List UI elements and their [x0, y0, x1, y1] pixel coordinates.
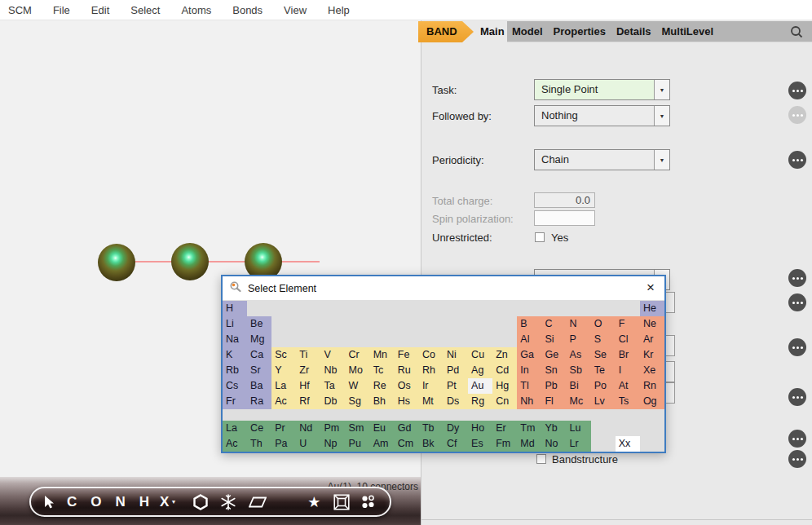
element-Cn[interactable]: Cn: [492, 394, 517, 409]
element-Xx[interactable]: Xx: [616, 436, 640, 452]
element-Rf[interactable]: Rf: [296, 394, 320, 409]
element-Zn[interactable]: Zn: [492, 347, 517, 363]
element-U[interactable]: U: [296, 436, 320, 452]
element-Nb[interactable]: Nb: [320, 363, 345, 378]
element-La[interactable]: La: [271, 378, 296, 394]
element-Sm[interactable]: Sm: [346, 421, 370, 436]
element-Cm[interactable]: Cm: [395, 436, 419, 452]
element-B[interactable]: B: [517, 316, 541, 332]
more-options-button[interactable]: [788, 388, 806, 406]
element-Ce[interactable]: Ce: [247, 421, 271, 436]
element-Ca[interactable]: Ca: [247, 347, 271, 363]
element-Xe[interactable]: Xe: [640, 363, 664, 378]
dropdown-arrow-icon[interactable]: [654, 150, 669, 170]
element-Cr[interactable]: Cr: [346, 347, 370, 363]
menu-item-scm[interactable]: SCM: [8, 4, 32, 16]
search-icon[interactable]: [789, 24, 804, 42]
element-Rn[interactable]: Rn: [640, 378, 664, 394]
bandstructure-more-options-button[interactable]: [788, 450, 806, 468]
element-Br[interactable]: Br: [616, 347, 640, 363]
menu-item-help[interactable]: Help: [328, 4, 350, 16]
band-module-tab[interactable]: BAND: [418, 21, 474, 42]
task-more-options-button[interactable]: [788, 82, 806, 99]
snowflake-icon[interactable]: [220, 494, 236, 510]
element-Nd[interactable]: Nd: [296, 421, 320, 436]
element-W[interactable]: W: [346, 378, 370, 394]
close-icon[interactable]: ×: [647, 279, 655, 297]
element-Th[interactable]: Th: [247, 436, 271, 452]
element-Pb[interactable]: Pb: [541, 378, 566, 394]
element-Rh[interactable]: Rh: [419, 363, 444, 378]
element-Si[interactable]: Si: [541, 332, 566, 347]
element-Po[interactable]: Po: [591, 378, 616, 394]
element-As[interactable]: As: [567, 347, 591, 363]
element-Pm[interactable]: Pm: [320, 421, 345, 436]
element-Ac[interactable]: Ac: [271, 394, 296, 409]
element-Tl[interactable]: Tl: [517, 378, 541, 394]
element-Ge[interactable]: Ge: [541, 347, 566, 363]
menu-item-bonds[interactable]: Bonds: [232, 4, 263, 16]
menu-item-select[interactable]: Select: [130, 4, 160, 16]
bandstructure-checkbox[interactable]: [536, 454, 546, 464]
total-charge-input[interactable]: 0.0: [534, 192, 595, 208]
element-Cl[interactable]: Cl: [616, 332, 640, 347]
add-element-x-button[interactable]: X: [160, 494, 176, 510]
element-Fm[interactable]: Fm: [492, 436, 517, 452]
tab-details[interactable]: Details: [616, 25, 651, 38]
element-H[interactable]: H: [223, 301, 247, 316]
element-Se[interactable]: Se: [591, 347, 616, 363]
element-Ar[interactable]: Ar: [640, 332, 664, 347]
element-O[interactable]: O: [591, 316, 616, 332]
element-No[interactable]: No: [541, 436, 566, 452]
menu-item-atoms[interactable]: Atoms: [181, 4, 211, 16]
element-Pu[interactable]: Pu: [346, 436, 370, 452]
element-Tc[interactable]: Tc: [370, 363, 395, 378]
element-Mn[interactable]: Mn: [370, 347, 395, 363]
element-In[interactable]: In: [517, 363, 541, 378]
element-Li[interactable]: Li: [223, 316, 247, 332]
menu-item-file[interactable]: File: [53, 4, 70, 16]
element-Db[interactable]: Db: [320, 394, 345, 409]
plane-icon[interactable]: [249, 496, 267, 509]
element-Ta[interactable]: Ta: [320, 378, 345, 394]
gold-atom-1[interactable]: [98, 244, 135, 281]
element-Og[interactable]: Og: [640, 394, 664, 409]
more-options-button[interactable]: [788, 269, 806, 287]
followed-by-dropdown[interactable]: Nothing: [534, 105, 670, 126]
element-Cf[interactable]: Cf: [444, 436, 468, 452]
element-Ru[interactable]: Ru: [395, 363, 419, 378]
x-dropdown-caret-icon[interactable]: [170, 496, 176, 510]
more-options-button[interactable]: [788, 293, 806, 311]
element-Np[interactable]: Np: [320, 436, 345, 452]
element-Rg[interactable]: Rg: [468, 394, 492, 409]
element-Ag[interactable]: Ag: [468, 363, 492, 378]
element-Fe[interactable]: Fe: [395, 347, 419, 363]
element-Cu[interactable]: Cu: [468, 347, 492, 363]
element-Au[interactable]: Au: [468, 378, 492, 394]
spin-polarization-input[interactable]: [534, 210, 595, 226]
element-Gd[interactable]: Gd: [395, 421, 419, 436]
element-Sg[interactable]: Sg: [346, 394, 370, 409]
element-Be[interactable]: Be: [247, 316, 271, 332]
element-Lr[interactable]: Lr: [567, 436, 591, 452]
add-oxygen-button[interactable]: O: [90, 494, 101, 510]
tab-multilevel[interactable]: MultiLevel: [662, 25, 714, 38]
element-K[interactable]: K: [223, 347, 247, 363]
element-Na[interactable]: Na: [223, 332, 247, 347]
element-V[interactable]: V: [320, 347, 345, 363]
element-Ba[interactable]: Ba: [247, 378, 271, 394]
element-Fl[interactable]: Fl: [541, 394, 566, 409]
element-N[interactable]: N: [567, 316, 591, 332]
element-Kr[interactable]: Kr: [640, 347, 664, 363]
element-Nh[interactable]: Nh: [517, 394, 541, 409]
element-I[interactable]: I: [616, 363, 640, 378]
element-Pr[interactable]: Pr: [271, 421, 296, 436]
element-Os[interactable]: Os: [395, 378, 419, 394]
element-Mt[interactable]: Mt: [419, 394, 444, 409]
element-Dy[interactable]: Dy: [444, 421, 468, 436]
element-Er[interactable]: Er: [492, 421, 517, 436]
element-Ra[interactable]: Ra: [247, 394, 271, 409]
gold-atom-2[interactable]: [171, 243, 209, 280]
element-Pd[interactable]: Pd: [444, 363, 468, 378]
element-Sr[interactable]: Sr: [247, 363, 271, 378]
